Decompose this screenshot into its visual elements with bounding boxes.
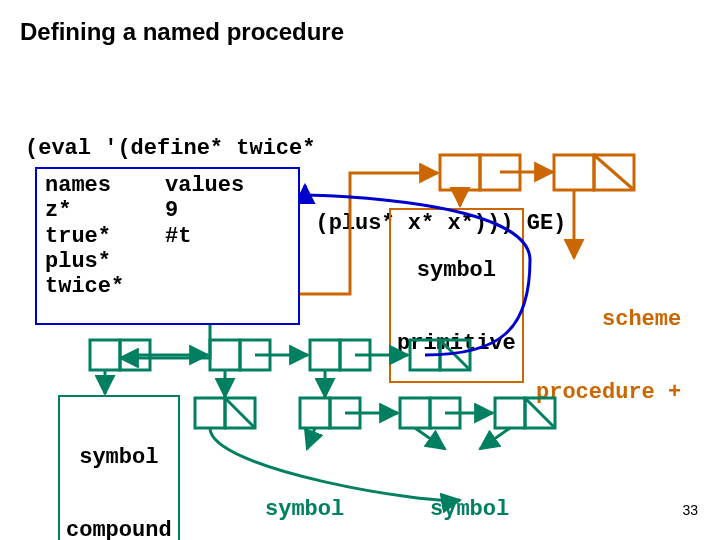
symbol-plus-l1: symbol [265, 498, 344, 522]
slide-number: 33 [682, 502, 698, 518]
arrow-g-to-x-label-1 [415, 428, 445, 449]
svg-rect-14 [195, 398, 225, 428]
svg-rect-8 [240, 340, 270, 370]
scheme-l2: procedure + [536, 381, 681, 405]
svg-rect-7 [210, 340, 240, 370]
symbol-primitive-l1: symbol [397, 259, 516, 283]
code-line-1: (eval '(define* twice* [25, 136, 566, 161]
scheme-l1: scheme [536, 308, 681, 332]
env-name-1: true* [45, 224, 165, 249]
svg-line-4 [594, 155, 634, 190]
svg-rect-20 [430, 398, 460, 428]
scheme-procedure-label: scheme procedure + [536, 260, 681, 429]
symbol-plus-label: symbol plus* [265, 450, 344, 540]
svg-rect-17 [300, 398, 330, 428]
svg-rect-10 [340, 340, 370, 370]
slide-title: Defining a named procedure [20, 18, 344, 46]
symbol-compound-label: symbol compound [58, 395, 180, 540]
svg-rect-6 [120, 340, 150, 370]
svg-rect-15 [225, 398, 255, 428]
symbol-x-l1: symbol [430, 498, 509, 522]
arrow-g-to-plus-label [307, 428, 315, 449]
env-value-1: #t [165, 224, 191, 249]
symbol-x-label: symbol x* [430, 450, 509, 540]
env-header-values: values [165, 173, 244, 198]
env-name-0: z* [45, 198, 165, 223]
symbol-primitive-label: symbol primitive [389, 208, 524, 383]
svg-rect-18 [330, 398, 360, 428]
arrow-g-to-x-label-2 [480, 428, 510, 449]
svg-rect-5 [90, 340, 120, 370]
env-name-2: plus* [45, 249, 165, 274]
env-name-3: twice* [45, 274, 165, 299]
env-value-0: 9 [165, 198, 178, 223]
svg-line-16 [225, 398, 255, 428]
svg-rect-9 [310, 340, 340, 370]
environment-box: names values z* 9 true* #t plus* twice* [35, 167, 300, 325]
symbol-primitive-l2: primitive [397, 332, 516, 356]
svg-rect-19 [400, 398, 430, 428]
symbol-compound-l2: compound [66, 519, 172, 540]
svg-rect-3 [594, 155, 634, 190]
env-header-names: names [45, 173, 165, 198]
cons-row-bottom [195, 398, 555, 428]
symbol-compound-l1: symbol [66, 446, 172, 470]
svg-rect-21 [495, 398, 525, 428]
